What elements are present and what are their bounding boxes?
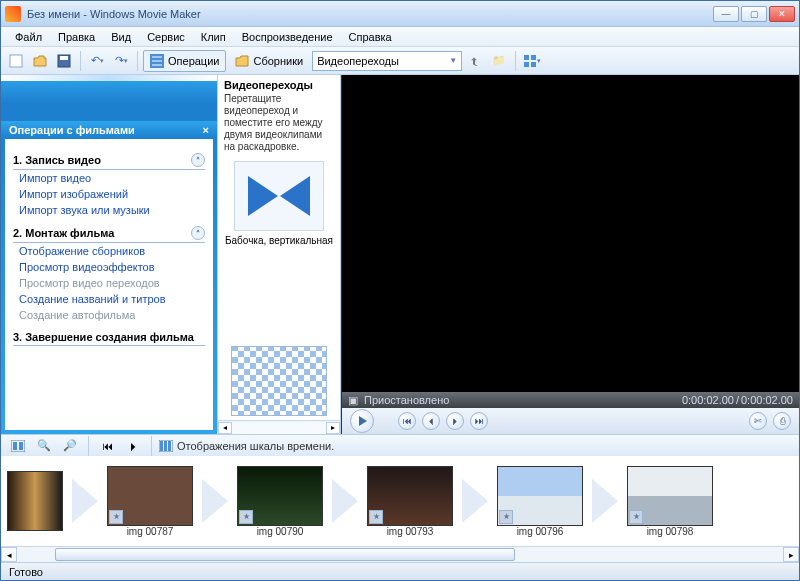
play-button[interactable] <box>350 409 374 433</box>
forward-end-button[interactable]: ⏭ <box>470 412 488 430</box>
transition-thumb <box>234 161 324 231</box>
zoom-out-button[interactable]: 🔎 <box>59 435 81 457</box>
folder-icon <box>235 55 249 67</box>
transition-slot[interactable] <box>65 471 105 531</box>
scroll-left-icon[interactable]: ◂ <box>218 422 232 434</box>
effect-icon[interactable]: ★ <box>109 510 123 524</box>
collapse-icon[interactable]: ˄ <box>191 153 205 167</box>
paused-icon: ▣ <box>348 394 358 407</box>
tasks-header: Операции с фильмами × <box>1 121 217 139</box>
minimize-button[interactable]: — <box>713 6 739 22</box>
svg-rect-7 <box>531 62 536 67</box>
step-forward-button[interactable]: ⏵ <box>446 412 464 430</box>
import-video-link[interactable]: Импорт видео <box>13 170 205 186</box>
step-back-button[interactable]: ⏴ <box>422 412 440 430</box>
collections-scrollbar[interactable]: ◂ ▸ <box>218 420 340 434</box>
menu-playback[interactable]: Воспроизведение <box>234 29 341 45</box>
preview-video[interactable] <box>342 75 799 392</box>
scroll-right-icon[interactable]: ▸ <box>326 422 340 434</box>
automovie-link[interactable]: Создание автофильма <box>13 307 205 323</box>
svg-rect-4 <box>524 55 529 60</box>
maximize-button[interactable]: ▢ <box>741 6 767 22</box>
storyboard[interactable]: ★ img 00787 ★ img 00790 ★ img 00793 ★ im… <box>1 456 799 546</box>
collections-description: Перетащите видеопереход и поместите его … <box>224 93 334 153</box>
switch-view-button[interactable] <box>7 435 29 457</box>
toolbar: ↶▾ ↷▾ Операции Сборники Видеопереходы ▼ … <box>1 47 799 75</box>
transition-slot[interactable] <box>585 471 625 531</box>
play-timeline-button[interactable]: ⏵ <box>122 435 144 457</box>
effect-icon[interactable]: ★ <box>369 510 383 524</box>
undo-button[interactable]: ↶▾ <box>86 50 108 72</box>
import-images-link[interactable]: Импорт изображений <box>13 186 205 202</box>
effect-icon[interactable]: ★ <box>499 510 513 524</box>
transition-slot[interactable] <box>455 471 495 531</box>
import-audio-link[interactable]: Импорт звука или музыки <box>13 202 205 218</box>
scroll-thumb[interactable] <box>55 548 515 561</box>
collections-title: Видеопереходы <box>224 79 334 93</box>
collapse-icon[interactable]: ˄ <box>191 226 205 240</box>
zoom-in-button[interactable]: 🔍 <box>33 435 55 457</box>
preview-pane: ▣ Приостановлено 0:00:02.00 / 0:00:02.00… <box>341 75 799 434</box>
time-total: 0:00:02.00 <box>741 394 793 406</box>
transition-slot[interactable] <box>325 471 365 531</box>
transition-slot[interactable] <box>195 471 235 531</box>
view-transitions-link[interactable]: Просмотр видео переходов <box>13 275 205 291</box>
clip-label: img 00796 <box>517 526 564 537</box>
preview-status-bar: ▣ Приостановлено 0:00:02.00 / 0:00:02.00 <box>342 392 799 408</box>
collection-select-value: Видеопереходы <box>317 55 399 67</box>
status-bar: Готово <box>1 562 799 580</box>
clip-label: img 00793 <box>387 526 434 537</box>
tasks-pane: Операции с фильмами × 1. Запись видео ˄ … <box>1 75 217 434</box>
rewind-start-button[interactable]: ⏮ <box>398 412 416 430</box>
collections-pane: Видеопереходы Перетащите видеопереход и … <box>217 75 341 434</box>
svg-rect-0 <box>10 55 22 67</box>
collections-button[interactable]: Сборники <box>228 50 310 72</box>
checklist-icon <box>150 54 164 68</box>
svg-rect-5 <box>531 55 536 60</box>
svg-rect-12 <box>160 441 163 451</box>
operations-button[interactable]: Операции <box>143 50 226 72</box>
menu-view[interactable]: Вид <box>103 29 139 45</box>
time-current: 0:00:02.00 <box>682 394 734 406</box>
timeline-icon <box>159 440 173 452</box>
effect-icon[interactable]: ★ <box>239 510 253 524</box>
rewind-timeline-button[interactable]: ⏮ <box>96 435 118 457</box>
title-bar: Без имени - Windows Movie Maker — ▢ ✕ <box>1 1 799 27</box>
clip-thumb[interactable] <box>7 471 63 531</box>
menu-file[interactable]: Файл <box>7 29 50 45</box>
operations-label: Операции <box>168 55 219 67</box>
menu-clip[interactable]: Клип <box>193 29 234 45</box>
new-button[interactable] <box>5 50 27 72</box>
tasks-close-icon[interactable]: × <box>203 124 209 136</box>
view-effects-link[interactable]: Просмотр видеоэффектов <box>13 259 205 275</box>
timeline-scrollbar[interactable]: ◂ ▸ <box>1 546 799 562</box>
collections-label: Сборники <box>253 55 303 67</box>
titles-credits-link[interactable]: Создание названий и титров <box>13 291 205 307</box>
section-3-header[interactable]: 3. Завершение создания фильма <box>13 327 205 346</box>
tasks-header-label: Операции с фильмами <box>9 124 135 136</box>
transition-thumb-2[interactable] <box>231 346 327 416</box>
scroll-left-button[interactable]: ◂ <box>1 547 17 562</box>
up-level-button[interactable]: ⮬ <box>464 50 486 72</box>
open-button[interactable] <box>29 50 51 72</box>
collection-select[interactable]: Видеопереходы ▼ <box>312 51 462 71</box>
menu-help[interactable]: Справка <box>341 29 400 45</box>
chevron-down-icon: ▼ <box>449 56 457 65</box>
menu-edit[interactable]: Правка <box>50 29 103 45</box>
save-button[interactable] <box>53 50 75 72</box>
split-button[interactable]: ✄ <box>749 412 767 430</box>
transition-item[interactable]: Бабочка, вертикальная <box>224 161 334 246</box>
close-button[interactable]: ✕ <box>769 6 795 22</box>
effect-icon[interactable]: ★ <box>629 510 643 524</box>
section-2-header[interactable]: 2. Монтаж фильма ˄ <box>13 222 205 243</box>
svg-rect-13 <box>164 441 167 451</box>
menu-service[interactable]: Сервис <box>139 29 193 45</box>
new-folder-button[interactable]: 📁 <box>488 50 510 72</box>
show-collections-link[interactable]: Отображение сборников <box>13 243 205 259</box>
snapshot-button[interactable]: ⎙ <box>773 412 791 430</box>
section-1-header[interactable]: 1. Запись видео ˄ <box>13 149 205 170</box>
redo-button[interactable]: ↷▾ <box>110 50 132 72</box>
view-mode-button[interactable]: ▾ <box>521 50 543 72</box>
clip-label: img 00798 <box>647 526 694 537</box>
scroll-right-button[interactable]: ▸ <box>783 547 799 562</box>
